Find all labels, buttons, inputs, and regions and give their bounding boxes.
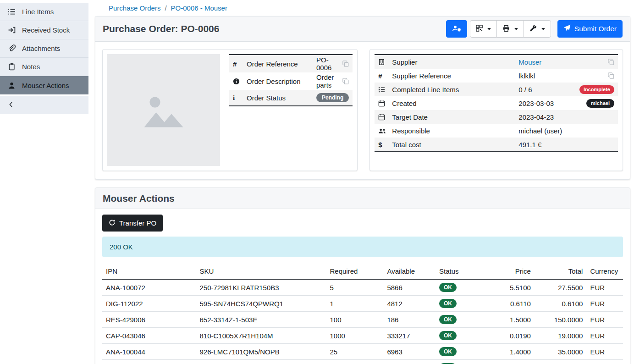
col-header-sku: SKU: [196, 265, 326, 279]
list-check-icon: [378, 86, 392, 93]
copy-icon[interactable]: [608, 72, 614, 79]
cell-status: OK: [436, 344, 482, 360]
ok-badge: OK: [439, 299, 457, 308]
cell-ipn: RES-429006: [102, 312, 196, 328]
building-icon: [378, 59, 392, 66]
qr-actions-dropdown[interactable]: [470, 20, 497, 38]
copy-icon[interactable]: [608, 59, 614, 65]
order-actions-dropdown[interactable]: [524, 20, 551, 38]
detail-row-order-description: Order Description Order parts: [229, 72, 353, 90]
breadcrumb-link-current-po[interactable]: PO-0006 - Mouser: [171, 4, 227, 12]
clipboard-icon: [7, 63, 16, 71]
info-circle-icon: [233, 78, 247, 85]
cell-price: 5.5100: [482, 279, 535, 296]
cell-price: 0.0190: [482, 328, 535, 344]
detail-label: Target Date: [392, 113, 518, 121]
cell-status: OK: [436, 279, 482, 296]
user-icon: [7, 82, 16, 89]
sidebar-item-received-stock[interactable]: Received Stock: [0, 21, 88, 39]
cell-total: 268.8400: [535, 360, 587, 364]
detail-row-total-cost: $ Total cost 491.1 €: [375, 138, 618, 151]
detail-value: PO-0006: [316, 56, 342, 72]
table-row: ANA-100044 926-LMC7101QM5/NOPB 25 6963 O…: [102, 344, 623, 360]
mouser-actions-body: Transfer PO 200 OK IPN SKU Required Avai…: [95, 209, 630, 364]
sidebar-item-line-items[interactable]: Line Items: [0, 3, 88, 21]
printer-icon: [502, 25, 510, 33]
table-row: ANA-100072 250-72981KLRATR150B3 5 5866 O…: [102, 279, 623, 296]
cell-sku: 652-3314Z-1-503E: [196, 312, 326, 328]
cell-required: 25: [326, 344, 383, 360]
paper-plane-icon: [563, 24, 571, 33]
cell-total: 35.0000: [535, 344, 587, 360]
detail-row-order-reference: # Order Reference PO-0006: [229, 55, 353, 72]
main-content: Purchase Orders / PO-0006 - Mouser Purch…: [88, 0, 634, 364]
cell-required: 5: [326, 279, 383, 296]
cell-sku: 611-110.107.011/0205: [196, 360, 326, 364]
info-icon: i: [233, 94, 247, 102]
sidebar-item-label: Mouser Actions: [22, 82, 69, 89]
incomplete-badge: Incomplete: [579, 85, 614, 94]
image-icon: [136, 83, 191, 138]
copy-icon[interactable]: [342, 78, 349, 84]
order-image-placeholder[interactable]: [107, 54, 220, 166]
mouser-actions-panel: Mouser Actions Transfer PO 200 OK IPN SK: [95, 188, 630, 364]
user-badge: michael: [586, 99, 614, 108]
calendar-icon: [378, 114, 392, 121]
detail-row-order-status: i Order Status Pending: [229, 90, 353, 105]
cell-available: 333217: [383, 328, 436, 344]
cell-ipn: SWT-200005: [102, 360, 196, 364]
copy-icon[interactable]: [342, 61, 349, 67]
cell-sku: 250-72981KLRATR150B3: [196, 279, 326, 296]
cell-price: 1.5000: [482, 312, 535, 328]
mouser-actions-title: Mouser Actions: [103, 193, 175, 204]
users-icon: [378, 127, 392, 134]
sidebar-item-mouser-actions[interactable]: Mouser Actions: [0, 76, 88, 94]
mouser-actions-panel-header: Mouser Actions: [95, 188, 630, 209]
barcode-user-button[interactable]: [446, 20, 467, 38]
detail-row-completed-line-items: Completed Line Items 0 / 6 Incomplete: [375, 83, 618, 96]
breadcrumb: Purchase Orders / PO-0006 - Mouser: [95, 0, 630, 16]
page-title: Purchase Order: PO-0006: [103, 23, 219, 34]
cell-price: 0.6110: [482, 296, 535, 312]
chevron-left-icon: [7, 101, 15, 110]
sidebar-item-attachments[interactable]: Attachments: [0, 39, 88, 58]
table-header-row: IPN SKU Required Available Status Price …: [102, 265, 623, 279]
detail-cards-row: # Order Reference PO-0006 Order Descript…: [95, 42, 630, 179]
status-alert: 200 OK: [102, 237, 623, 257]
sidebar-item-notes[interactable]: Notes: [0, 58, 88, 76]
qr-code-icon: [476, 25, 483, 33]
submit-order-button[interactable]: Submit Order: [557, 20, 623, 38]
cell-total: 150.0000: [535, 312, 587, 328]
transfer-po-button[interactable]: Transfer PO: [102, 215, 163, 232]
detail-label: Supplier: [392, 58, 518, 66]
col-header-required: Required: [326, 265, 383, 279]
table-row: DIG-112022 595-SN74HCS74QPWRQ1 1 4812 OK…: [102, 296, 623, 312]
cell-ipn: CAP-043046: [102, 328, 196, 344]
detail-value: 2023-03-03: [518, 99, 554, 107]
supplier-link[interactable]: Mouser: [518, 58, 541, 66]
col-header-total: Total: [535, 265, 587, 279]
breadcrumb-link-purchase-orders[interactable]: Purchase Orders: [109, 4, 160, 12]
cell-required: 100: [326, 312, 383, 328]
cell-sku: 926-LMC7101QM5/NOPB: [196, 344, 326, 360]
sidebar-item-label: Notes: [22, 63, 40, 71]
caret-down-icon: [541, 28, 545, 30]
hash-icon: #: [378, 72, 392, 80]
detail-label: Total cost: [392, 141, 518, 149]
detail-value: 491.1 €: [518, 141, 541, 149]
detail-row-supplier: Supplier Mouser: [375, 55, 618, 69]
dollar-icon: $: [378, 141, 392, 149]
purchase-order-panel-header: Purchase Order: PO-0006: [95, 17, 630, 42]
detail-value: Order parts: [316, 73, 342, 89]
cell-currency: EUR: [586, 360, 623, 364]
print-actions-dropdown[interactable]: [496, 20, 524, 38]
sidebar: Line Items Received Stock Attachments No…: [0, 0, 88, 114]
ok-badge: OK: [439, 283, 457, 292]
detail-value: michael (user): [518, 127, 562, 135]
detail-label: Responsible: [392, 127, 518, 135]
sidebar-collapse-button[interactable]: [0, 96, 88, 114]
calendar-icon: [378, 100, 392, 107]
cell-sku: 810-C1005X7R1H104M: [196, 328, 326, 344]
detail-label: Order Status: [247, 94, 316, 102]
breadcrumb-separator: /: [165, 4, 166, 12]
